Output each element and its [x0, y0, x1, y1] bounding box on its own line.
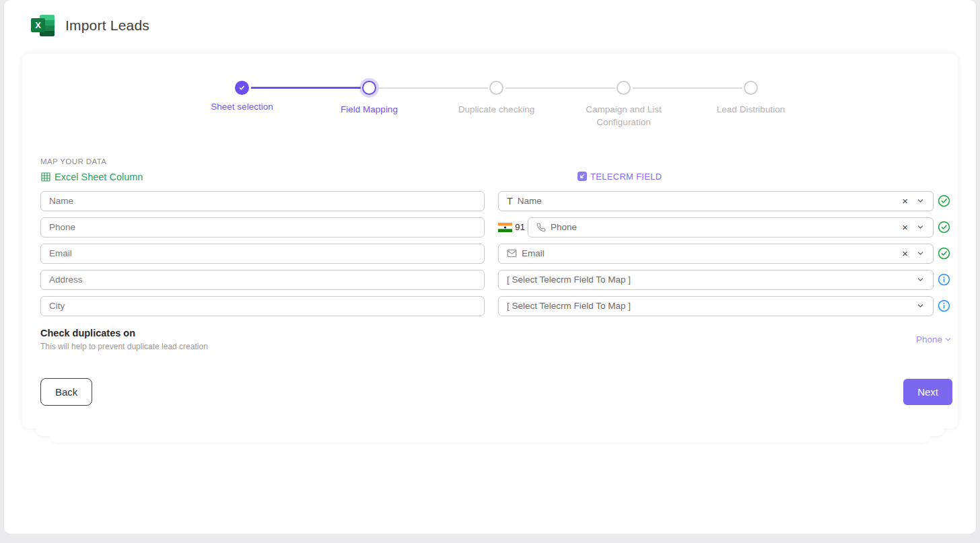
mail-icon	[507, 248, 517, 258]
map-your-data-label: MAP YOUR DATA	[40, 157, 952, 166]
excel-column-input[interactable]	[40, 191, 485, 211]
wizard-footer: Back Next	[40, 378, 952, 406]
app-header: X Import Leads	[4, 0, 976, 36]
step-pending-dot	[744, 81, 758, 95]
clear-icon[interactable]: ×	[902, 222, 908, 232]
chevron-down-icon[interactable]	[916, 223, 925, 231]
check-duplicates-title: Check duplicates on	[40, 328, 208, 338]
telecrm-field-select[interactable]: [ Select Telecrm Field To Map ]	[498, 270, 934, 290]
clear-icon[interactable]: ×	[902, 196, 908, 206]
telecrm-field-select[interactable]: [ Select Telecrm Field To Map ]	[498, 296, 934, 316]
chevron-down-icon[interactable]	[916, 249, 925, 258]
excel-column-input[interactable]	[40, 244, 485, 264]
text-type-icon: T	[507, 196, 513, 207]
duplicate-field-value: Phone	[916, 334, 942, 345]
page-title: Import Leads	[65, 17, 149, 34]
telecrm-field-select[interactable]: Email ×	[498, 244, 934, 264]
field-mapping-section: MAP YOUR DATA Excel Sheet Column TELECRM…	[40, 157, 952, 316]
telecrm-field-icon	[578, 172, 587, 181]
chevron-down-icon[interactable]	[916, 301, 925, 310]
back-button[interactable]: Back	[40, 378, 92, 406]
telecrm-field-header: TELECRM FIELD	[578, 172, 662, 182]
mapped-check-icon	[935, 247, 952, 260]
mapping-row-email: Email ×	[40, 244, 952, 264]
table-grid-icon	[40, 172, 51, 182]
india-flag-icon	[498, 223, 512, 232]
step-label: Field Mapping	[319, 104, 420, 116]
step-label: Lead Distribution	[701, 104, 802, 116]
excel-icon: X	[31, 15, 55, 36]
step-pending-dot	[617, 81, 631, 95]
excel-column-input[interactable]	[40, 296, 485, 316]
step-pending-dot	[489, 81, 503, 95]
check-duplicates-section: Check duplicates on This will help to pr…	[40, 328, 952, 351]
mapping-row-phone: 91 Phone ×	[40, 217, 952, 238]
info-icon[interactable]	[935, 273, 952, 286]
dial-code: 91	[515, 222, 525, 232]
check-duplicates-subtitle: This will help to prevent duplicate lead…	[40, 342, 208, 351]
mapping-row-name: T Name ×	[40, 191, 952, 211]
duplicate-field-dropdown[interactable]: Phone	[916, 334, 952, 345]
excel-column-input[interactable]	[40, 270, 485, 290]
mapped-check-icon	[935, 221, 952, 233]
mapping-row-city: [ Select Telecrm Field To Map ]	[40, 296, 952, 316]
stepper-connector	[378, 87, 488, 89]
mapping-row-address: [ Select Telecrm Field To Map ]	[40, 270, 952, 290]
phone-icon	[536, 223, 546, 232]
step-active-dot	[362, 81, 376, 95]
telecrm-field-select[interactable]: T Name ×	[498, 191, 934, 211]
wizard-stepper: Sheet selection Field Mapping Duplicate …	[178, 81, 814, 129]
card-stack-layer	[36, 429, 944, 436]
country-code-selector[interactable]: 91	[498, 222, 525, 232]
card-stack-layer	[50, 436, 930, 443]
chevron-down-icon[interactable]	[916, 196, 925, 205]
step-label: Sheet selection	[192, 101, 293, 114]
mapped-check-icon	[935, 194, 952, 207]
excel-sheet-column-header: Excel Sheet Column	[40, 172, 143, 182]
excel-icon-x: X	[31, 18, 45, 32]
next-button[interactable]: Next	[903, 379, 952, 405]
stepper-connector	[505, 87, 615, 89]
chevron-down-icon	[944, 335, 952, 344]
import-wizard-card: Sheet selection Field Mapping Duplicate …	[22, 54, 958, 429]
step-completed-check-icon	[235, 81, 249, 95]
chevron-down-icon[interactable]	[916, 275, 925, 284]
step-label: Campaign and List Configuration	[573, 104, 674, 129]
step-lead-distribution[interactable]: Lead Distribution	[687, 81, 814, 129]
import-leads-panel: X Import Leads Sheet selection Field Map…	[4, 0, 976, 534]
excel-column-input[interactable]	[40, 217, 485, 238]
step-label: Duplicate checking	[446, 104, 547, 116]
info-icon[interactable]	[935, 299, 952, 312]
clear-icon[interactable]: ×	[902, 248, 908, 258]
stepper-connector	[251, 87, 361, 89]
mapping-column-headers: Excel Sheet Column TELECRM FIELD	[40, 172, 952, 185]
telecrm-field-select[interactable]: Phone ×	[528, 217, 934, 238]
stepper-connector	[633, 87, 742, 89]
